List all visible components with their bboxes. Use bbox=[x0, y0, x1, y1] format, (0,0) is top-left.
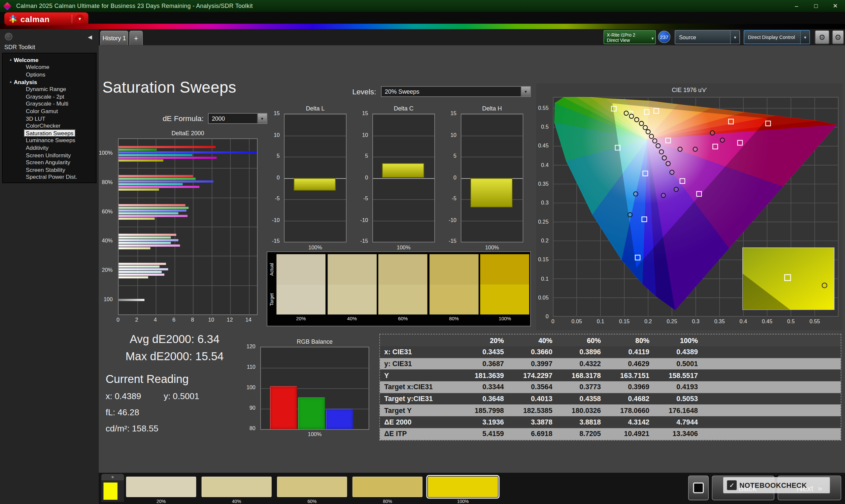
gridline bbox=[373, 221, 434, 221]
deltae-chart bbox=[118, 139, 258, 315]
sidebar-item-additivity[interactable]: Additivity bbox=[3, 144, 96, 151]
logo-menu-chevron-icon[interactable] bbox=[75, 15, 84, 23]
deltae-bar-yellow bbox=[119, 247, 150, 249]
sidebar-item-screen-stability[interactable]: Screen Stability bbox=[3, 166, 96, 173]
x-axis-label: 100% bbox=[284, 245, 346, 250]
measurement-marker bbox=[720, 138, 724, 142]
levels-select[interactable]: 20% Sweeps bbox=[381, 86, 531, 97]
chevron-down-icon[interactable] bbox=[521, 87, 530, 96]
ytick: -10 bbox=[350, 217, 370, 223]
delta-h-chart: Delta H151050-5-10-15100% bbox=[461, 113, 523, 242]
de-formula-select[interactable]: 2000 bbox=[208, 113, 267, 124]
pattern-window-button[interactable] bbox=[688, 475, 709, 500]
close-button[interactable]: ✕ bbox=[826, 0, 845, 12]
cell: 0.3344 bbox=[461, 381, 509, 393]
source-label: Source bbox=[679, 34, 696, 40]
y-axis-labels: 151050-5-10-15 bbox=[261, 113, 282, 242]
deltae-bar-red bbox=[119, 175, 193, 178]
sidebar-item-screen-uniformity[interactable]: Screen Uniformity bbox=[3, 151, 96, 158]
pattern-square-icon bbox=[693, 483, 704, 493]
bottom-bar: 20%40%60%80%100% Back Next NOTEBOOKCHECK bbox=[99, 473, 845, 504]
tree-group-label: Welcome bbox=[14, 56, 39, 63]
settings-gear-button-secondary[interactable] bbox=[832, 30, 844, 44]
delta-h-title: Delta H bbox=[461, 105, 523, 111]
swatch-label: 60% bbox=[378, 314, 427, 323]
minimize-button[interactable]: – bbox=[787, 0, 806, 12]
tree-group-welcome[interactable]: ▴Welcome bbox=[3, 56, 96, 63]
patch-100[interactable] bbox=[427, 476, 499, 498]
swatch-actual bbox=[277, 254, 326, 284]
cell: 0.4682 bbox=[606, 393, 655, 404]
sidebar: SDR Toolkit ▴WelcomeWelcomeOptions▴Analy… bbox=[0, 29, 99, 504]
gridline bbox=[461, 221, 523, 221]
source-dropdown[interactable]: Source bbox=[675, 30, 740, 44]
sidebar-item-luminance-sweeps[interactable]: Luminance Sweeps bbox=[3, 137, 96, 144]
sidebar-item-grayscale-multi[interactable]: Grayscale - Multi bbox=[3, 100, 96, 107]
display-control-dropdown[interactable]: Direct Display Control bbox=[744, 30, 810, 44]
rgb-y-axis: 1201101009080 bbox=[239, 347, 258, 430]
sidebar-item-dynamic-range[interactable]: Dynamic Range bbox=[3, 86, 96, 93]
gridline bbox=[461, 136, 523, 136]
rgb-balance-chart bbox=[261, 347, 369, 430]
sidebar-item-saturation-sweeps[interactable]: Saturation Sweeps bbox=[3, 129, 96, 137]
meter-dropdown[interactable]: X-Rite i1Pro 2 Direct View bbox=[604, 30, 656, 44]
sidebar-item-label: 3D LUT bbox=[24, 115, 47, 122]
sidebar-item-3d-lut[interactable]: 3D LUT bbox=[3, 114, 96, 122]
deltae-xtick: 8 bbox=[191, 317, 194, 323]
handle-dot-icon bbox=[111, 476, 114, 478]
row-label: Y bbox=[380, 370, 461, 381]
sidebar-item-label: Grayscale - Multi bbox=[24, 100, 70, 107]
sidebar-collapse-button[interactable] bbox=[85, 32, 95, 41]
gridline bbox=[284, 136, 346, 136]
swatch-target bbox=[378, 284, 427, 314]
chevron-down-icon[interactable] bbox=[730, 31, 739, 43]
delta-c-chart: Delta C151050-5-10-15100% bbox=[372, 113, 435, 242]
ytick: -10 bbox=[438, 217, 458, 223]
sidebar-item-screen-angularity[interactable]: Screen Angularity bbox=[3, 159, 96, 166]
maximize-button[interactable]: □ bbox=[806, 0, 826, 12]
gridline bbox=[373, 114, 434, 115]
sidebar-item-label: Screen Angularity bbox=[24, 159, 72, 166]
sidebar-item-label: Screen Stability bbox=[24, 166, 67, 173]
nav-circle-button[interactable] bbox=[5, 33, 13, 40]
swatch-label: 20% bbox=[277, 314, 326, 323]
cie-ytick: 0 bbox=[530, 313, 551, 320]
sidebar-item-colorchecker[interactable]: ColorChecker bbox=[3, 122, 96, 129]
ytick: -15 bbox=[350, 238, 370, 245]
table-header-row: 20%40%60%80%100% bbox=[380, 335, 841, 346]
patch-80[interactable] bbox=[352, 476, 423, 498]
table-col-header: 40% bbox=[509, 335, 558, 346]
patch-20[interactable] bbox=[125, 476, 197, 498]
cell: 0.3564 bbox=[509, 381, 558, 393]
sidebar-item-spectral-power-dist[interactable]: Spectral Power Dist. bbox=[3, 173, 96, 180]
chevron-down-icon[interactable] bbox=[800, 31, 809, 43]
cell: 10.4921 bbox=[606, 428, 655, 440]
sidebar-item-color-gamut[interactable]: Color Gamut bbox=[3, 107, 96, 114]
patch-40[interactable] bbox=[201, 476, 272, 498]
deltae-bar-green bbox=[119, 236, 171, 238]
current-xy: x: 0.4389y: 0.5001 bbox=[106, 392, 199, 401]
sidebar-item-grayscale-2pt[interactable]: Grayscale - 2pt bbox=[3, 93, 96, 100]
settings-gear-button[interactable] bbox=[815, 30, 829, 44]
patch-60[interactable] bbox=[277, 476, 348, 498]
deltae-bar-yellow bbox=[119, 276, 148, 279]
cie-xtick: 0.55 bbox=[809, 318, 820, 325]
tree-group-analysis[interactable]: ▴Analysis bbox=[3, 78, 96, 85]
cie-xtick: 0.05 bbox=[571, 318, 582, 325]
y-axis-labels: 151050-5-10-15 bbox=[438, 113, 458, 242]
swatch-label: 80% bbox=[429, 314, 479, 323]
calman-logo[interactable]: calman bbox=[4, 13, 88, 25]
tab-history-1[interactable]: History 1 bbox=[100, 31, 128, 45]
cell: 3.1936 bbox=[461, 416, 509, 428]
deltae-xtick: 6 bbox=[172, 317, 175, 323]
add-tab-button[interactable]: + bbox=[129, 31, 143, 45]
current-patch-tile[interactable] bbox=[101, 474, 124, 502]
tree-expander-icon: ▴ bbox=[10, 79, 12, 84]
measurement-marker bbox=[649, 134, 654, 139]
table-row-x-cie31: x: CIE310.34350.36600.38960.41190.4389 bbox=[380, 346, 841, 358]
detail-table: 20%40%60%80%100%x: CIE310.34350.36600.38… bbox=[379, 334, 841, 440]
measurement-marker bbox=[670, 170, 674, 175]
cell: 185.7998 bbox=[461, 405, 509, 416]
sidebar-item-welcome[interactable]: Welcome bbox=[3, 63, 96, 71]
sidebar-item-options[interactable]: Options bbox=[3, 71, 96, 78]
